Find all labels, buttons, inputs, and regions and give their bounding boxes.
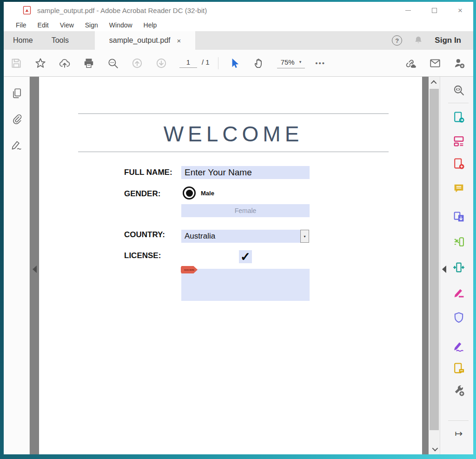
maximize-icon bbox=[432, 8, 437, 13]
country-dropdown[interactable]: Australia bbox=[181, 230, 300, 243]
scan-ocr-tool[interactable] bbox=[452, 235, 465, 248]
collapse-left-pane-arrow[interactable] bbox=[33, 266, 37, 273]
panel-divider-bottom bbox=[448, 420, 469, 421]
menu-view[interactable]: View bbox=[54, 21, 79, 29]
comment-tool[interactable] bbox=[452, 182, 465, 195]
minimize-button[interactable] bbox=[395, 2, 421, 19]
compress-pdf-icon bbox=[452, 261, 465, 274]
organize-pages-tool[interactable] bbox=[452, 134, 465, 147]
pdf-page: WELCOME FULL NAME: Enter Your Name GENDE… bbox=[39, 77, 422, 454]
comment-bubble-icon bbox=[452, 182, 465, 195]
create-pdf-icon bbox=[452, 157, 465, 170]
combine-files-icon bbox=[452, 211, 465, 224]
link-icon bbox=[405, 57, 417, 69]
gender-female-field[interactable]: Female bbox=[181, 204, 310, 217]
menu-edit[interactable]: Edit bbox=[32, 21, 54, 29]
select-tool-button[interactable] bbox=[229, 57, 241, 69]
document-heading: WELCOME bbox=[78, 121, 389, 146]
star-icon bbox=[34, 57, 46, 69]
search-zoom-button[interactable] bbox=[107, 57, 119, 69]
tab-document[interactable]: sample_output.pdf × bbox=[95, 31, 195, 50]
document-viewport[interactable]: WELCOME FULL NAME: Enter Your Name GENDE… bbox=[30, 77, 429, 454]
right-tools-panel: ↦ bbox=[440, 77, 473, 454]
chevron-up-icon bbox=[430, 80, 436, 86]
scroll-down-button[interactable] bbox=[429, 443, 440, 454]
open-pane-icon: ↦ bbox=[455, 428, 463, 439]
favorite-star-button[interactable] bbox=[34, 57, 46, 69]
next-page-button[interactable] bbox=[155, 57, 167, 69]
country-dropdown-button[interactable]: ▾ bbox=[300, 230, 309, 243]
print-button[interactable] bbox=[83, 57, 95, 69]
wrench-plus-icon bbox=[452, 384, 465, 397]
protect-tool[interactable] bbox=[452, 311, 465, 324]
shield-icon bbox=[452, 311, 465, 324]
minimize-icon bbox=[405, 10, 411, 11]
open-tools-pane-button[interactable]: ↦ bbox=[452, 427, 465, 440]
zoom-level-value: 75% bbox=[281, 58, 295, 66]
full-name-label: FULL NAME: bbox=[124, 168, 172, 177]
menu-file[interactable]: File bbox=[10, 21, 32, 29]
expand-tools-pane-arrow[interactable] bbox=[442, 266, 446, 273]
tab-close-icon[interactable]: × bbox=[177, 37, 181, 45]
create-pdf-tool[interactable] bbox=[452, 157, 465, 170]
esign-pen-icon bbox=[452, 340, 465, 353]
help-icon[interactable]: ? bbox=[392, 35, 402, 46]
email-button[interactable] bbox=[429, 57, 441, 69]
signature-pen-icon[interactable] bbox=[11, 139, 23, 151]
page-thumbnails-icon[interactable] bbox=[11, 87, 23, 100]
scrollbar-thumb[interactable] bbox=[430, 89, 439, 430]
share-link-button[interactable] bbox=[405, 57, 417, 69]
window-title: sample_output.pdf - Adobe Acrobat Reader… bbox=[37, 7, 207, 14]
tab-home[interactable]: Home bbox=[4, 31, 42, 50]
tab-bar: Home Tools sample_output.pdf × ? Sign In bbox=[4, 31, 473, 50]
organize-pages-icon bbox=[452, 134, 465, 147]
save-button[interactable] bbox=[10, 57, 22, 69]
attachments-paperclip-icon[interactable] bbox=[11, 113, 23, 125]
more-tools-button[interactable] bbox=[452, 384, 465, 397]
app-body: WELCOME FULL NAME: Enter Your Name GENDE… bbox=[4, 77, 473, 454]
cursor-arrow-icon bbox=[229, 57, 241, 69]
license-checkbox[interactable]: ✓ bbox=[239, 250, 252, 263]
save-icon bbox=[10, 57, 22, 69]
full-name-field[interactable]: Enter Your Name bbox=[181, 166, 310, 179]
cloud-upload-icon bbox=[59, 57, 71, 69]
close-button[interactable]: × bbox=[447, 2, 473, 19]
license-label: LICENSE: bbox=[124, 251, 161, 260]
menu-window[interactable]: Window bbox=[104, 21, 138, 29]
chevron-down-scroll-icon bbox=[432, 445, 438, 451]
scroll-up-button[interactable] bbox=[429, 77, 440, 88]
notifications-bell-icon[interactable] bbox=[413, 35, 423, 46]
maximize-button[interactable] bbox=[421, 2, 447, 19]
combine-files-tool[interactable] bbox=[452, 211, 465, 224]
arrow-up-circle-icon bbox=[131, 57, 143, 69]
vertical-scrollbar[interactable] bbox=[429, 77, 440, 454]
menu-sign[interactable]: Sign bbox=[79, 21, 104, 29]
fill-and-sign-tool[interactable] bbox=[452, 286, 465, 299]
zoom-control[interactable]: 75% ▾ bbox=[277, 58, 305, 68]
menu-help[interactable]: Help bbox=[138, 21, 163, 29]
menu-bar: File Edit View Sign Window Help bbox=[4, 19, 473, 31]
hand-tool-button[interactable] bbox=[253, 57, 265, 69]
fill-sign-person-button[interactable] bbox=[453, 57, 465, 69]
left-navigation-rail bbox=[4, 77, 30, 454]
search-tools-button[interactable] bbox=[452, 84, 465, 97]
arrow-down-circle-icon bbox=[155, 57, 167, 69]
signature-field[interactable] bbox=[181, 269, 310, 301]
page-number-input[interactable]: 1 bbox=[179, 58, 197, 68]
more-tools-ellipsis-button[interactable]: ••• bbox=[315, 59, 325, 67]
search-tools-icon bbox=[452, 84, 465, 97]
gender-male-radio[interactable] bbox=[183, 186, 196, 200]
send-for-comments-tool[interactable] bbox=[452, 362, 465, 375]
compress-pdf-tool[interactable] bbox=[452, 261, 465, 274]
request-esign-tool[interactable] bbox=[452, 340, 465, 353]
previous-page-button[interactable] bbox=[131, 57, 143, 69]
sign-in-button[interactable]: Sign In bbox=[435, 36, 461, 45]
tab-tools[interactable]: Tools bbox=[42, 31, 78, 50]
export-pdf-tool[interactable] bbox=[452, 111, 465, 124]
desktop-background: sample_output.pdf - Adobe Acrobat Reader… bbox=[0, 0, 476, 459]
printer-icon bbox=[83, 57, 95, 69]
share-cloud-button[interactable] bbox=[59, 57, 71, 69]
document-comment-icon bbox=[452, 362, 465, 375]
heading-rule-top bbox=[78, 113, 389, 114]
fill-sign-pen-icon bbox=[452, 286, 465, 299]
